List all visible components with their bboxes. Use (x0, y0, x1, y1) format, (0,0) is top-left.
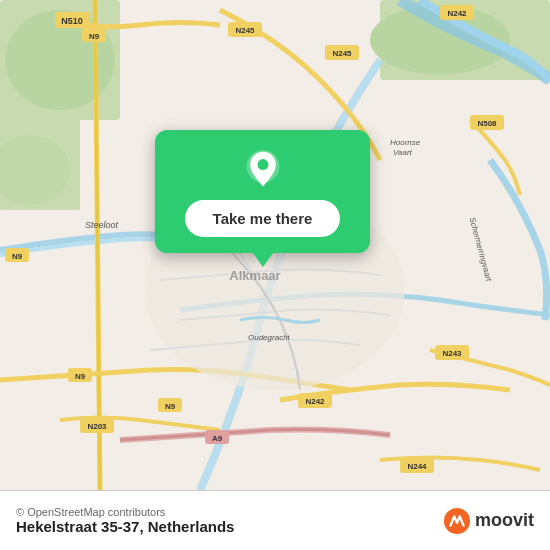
svg-text:Steeloot: Steeloot (85, 220, 119, 230)
svg-text:N203: N203 (87, 422, 107, 431)
svg-text:Hoornse: Hoornse (390, 138, 421, 147)
svg-text:N245: N245 (332, 49, 352, 58)
svg-text:N9: N9 (89, 32, 100, 41)
svg-text:Oudegracht: Oudegracht (248, 333, 291, 342)
svg-text:N510: N510 (61, 16, 83, 26)
moovit-brand-name: moovit (475, 510, 534, 531)
svg-text:N245: N245 (235, 26, 255, 35)
svg-text:N243: N243 (442, 349, 462, 358)
take-me-there-button[interactable]: Take me there (185, 200, 341, 237)
svg-text:A9: A9 (212, 434, 223, 443)
svg-text:N508: N508 (477, 119, 497, 128)
location-address: Hekelstraat 35-37, Netherlands (16, 518, 234, 535)
map-container: N510 N9 N245 N245 N242 N508 N9 N9 N9 N20… (0, 0, 550, 490)
svg-text:N244: N244 (407, 462, 427, 471)
footer: © OpenStreetMap contributors Hekelstraat… (0, 490, 550, 550)
footer-left: © OpenStreetMap contributors Hekelstraat… (16, 506, 234, 535)
svg-text:Alkmaar: Alkmaar (229, 268, 280, 283)
location-pin-icon (243, 150, 283, 190)
popup-card: Take me there (155, 130, 370, 253)
map-attribution: © OpenStreetMap contributors (16, 506, 234, 518)
svg-text:N242: N242 (447, 9, 467, 18)
svg-text:N242: N242 (305, 397, 325, 406)
moovit-logo: moovit (443, 507, 534, 535)
svg-text:N9: N9 (75, 372, 86, 381)
moovit-brand-icon (443, 507, 471, 535)
svg-point-44 (257, 159, 268, 170)
svg-text:Vaart: Vaart (393, 148, 413, 157)
svg-text:N9: N9 (12, 252, 23, 261)
svg-text:N9: N9 (165, 402, 176, 411)
